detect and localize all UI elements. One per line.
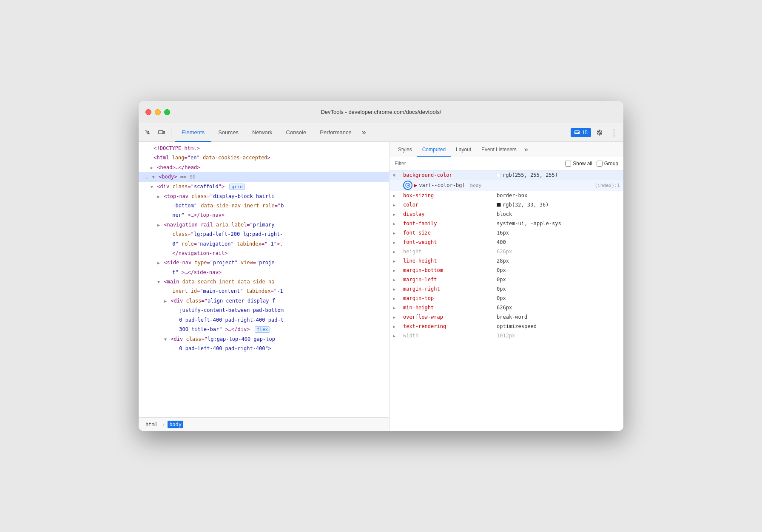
prop-name: color — [403, 202, 497, 208]
sub-row-location: (index):1 — [594, 183, 620, 188]
css-prop-overflow-wrap[interactable]: overflow-wrap break-word — [390, 312, 623, 322]
expand-arrow[interactable] — [393, 249, 403, 254]
css-prop-color[interactable]: color rgb(32, 33, 36) — [390, 200, 623, 209]
css-prop-line-height[interactable]: line-height 28px — [390, 256, 623, 266]
dom-line-main3[interactable]: <div class="align-center display-f — [139, 296, 389, 306]
dom-line-topnav3[interactable]: ner" >…</top-nav> — [139, 210, 389, 220]
dom-line-sidenav1[interactable]: <side-nav type="project" view="proje — [139, 258, 389, 267]
expand-arrow[interactable] — [393, 277, 403, 282]
notification-count: 15 — [582, 130, 588, 136]
navigate-icon[interactable] — [403, 181, 412, 190]
dom-line-scaffold[interactable]: <div class="scaffold"> grid — [139, 182, 389, 192]
css-prop-sub-row[interactable]: ▶ var(--color-bg) body (index):1 — [390, 180, 623, 191]
devtools-tabbar: Elements Sources Network Console Perform… — [139, 123, 623, 142]
dom-line-main4[interactable]: justify-content-between pad-bottom — [139, 306, 389, 315]
more-tabs-button[interactable]: » — [358, 123, 370, 141]
inspect-element-icon[interactable] — [142, 127, 154, 139]
breadcrumb-body[interactable]: body — [168, 421, 183, 428]
expand-arrow[interactable] — [393, 296, 403, 301]
css-prop-display[interactable]: display block — [390, 209, 623, 219]
tab-layout[interactable]: Layout — [451, 142, 476, 157]
expand-arrow[interactable] — [393, 203, 403, 207]
settings-icon[interactable] — [594, 127, 606, 139]
tab-styles[interactable]: Styles — [393, 142, 417, 157]
css-prop-margin-top[interactable]: margin-top 0px — [390, 294, 623, 303]
filter-options: Show all Group — [565, 161, 618, 167]
expand-arrow[interactable] — [393, 212, 403, 217]
filter-input[interactable] — [395, 161, 560, 167]
css-prop-height[interactable]: height 626px — [390, 247, 623, 256]
expand-arrow[interactable] — [393, 324, 403, 329]
more-panel-tabs-button[interactable]: » — [522, 142, 531, 157]
tab-computed[interactable]: Computed — [417, 142, 451, 157]
css-prop-margin-left[interactable]: margin-left 0px — [390, 275, 623, 284]
dom-line-topnav1[interactable]: <top-nav class="display-block hairli — [139, 192, 389, 201]
prop-name: margin-top — [403, 295, 497, 301]
css-prop-box-sizing[interactable]: box-sizing border-box — [390, 191, 623, 200]
expand-arrow[interactable] — [393, 221, 403, 226]
css-prop-width[interactable]: width 1012px — [390, 331, 623, 340]
svg-rect-0 — [159, 130, 163, 134]
elements-dom-tree[interactable]: <!DOCTYPE html> <html lang="en" data-coo… — [139, 142, 389, 417]
tab-console[interactable]: Console — [279, 124, 313, 142]
show-all-checkbox[interactable]: Show all — [565, 161, 592, 167]
expand-arrow[interactable] — [393, 315, 403, 320]
css-prop-background-color[interactable]: background-color rgb(255, 255, 255) — [390, 170, 623, 191]
maximize-button[interactable] — [164, 109, 170, 115]
computed-panel: Styles Computed Layout Event Listeners » — [390, 142, 623, 431]
tab-network[interactable]: Network — [245, 124, 279, 142]
notification-badge[interactable]: 15 — [571, 128, 591, 137]
prop-value: break-word — [497, 314, 620, 320]
sub-row-value: var(--color-bg) — [419, 182, 465, 188]
dom-line-main2[interactable]: inert id="main-content" tabindex="-1 — [139, 286, 389, 296]
dom-line-main1[interactable]: <main data-search-inert data-side-na — [139, 277, 389, 286]
css-prop-min-height[interactable]: min-height 626px — [390, 303, 623, 312]
device-toolbar-icon[interactable] — [156, 127, 168, 139]
dom-line-doctype[interactable]: <!DOCTYPE html> — [139, 144, 389, 153]
prop-name: display — [403, 211, 497, 217]
dom-line-main6[interactable]: 300 title-bar" >…</div> flex — [139, 325, 389, 334]
dom-line-body-selected[interactable]: … <body> == $0 — [139, 172, 389, 182]
css-prop-text-rendering[interactable]: text-rendering optimizespeed — [390, 322, 623, 331]
expand-arrow[interactable] — [393, 259, 403, 263]
expand-arrow[interactable] — [393, 268, 403, 273]
dom-line-main5[interactable]: 0 pad-left-400 pad-right-400 pad-t — [139, 315, 389, 325]
css-prop-font-weight[interactable]: font-weight 400 — [390, 238, 623, 247]
dom-line-sidenav2[interactable]: t" >…</side-nav> — [139, 268, 389, 277]
tab-elements[interactable]: Elements — [175, 124, 211, 142]
close-button[interactable] — [145, 109, 151, 115]
tab-performance[interactable]: Performance — [313, 124, 358, 142]
css-prop-margin-bottom[interactable]: margin-bottom 0px — [390, 266, 623, 275]
dom-line-navrail3[interactable]: 0" role="navigation" tabindex="-1">. — [139, 239, 389, 249]
expand-arrow[interactable] — [393, 287, 403, 291]
title-bar: DevTools - developer.chrome.com/docs/dev… — [139, 101, 623, 123]
expand-arrow[interactable] — [393, 193, 403, 198]
dom-line-navrail4[interactable]: </navigation-rail> — [139, 249, 389, 258]
breadcrumb-html[interactable]: html — [144, 421, 159, 428]
expand-arrow[interactable] — [393, 240, 403, 245]
expand-arrow[interactable] — [393, 231, 403, 235]
css-properties-list: background-color rgb(255, 255, 255) — [390, 170, 623, 431]
dom-line-main8[interactable]: 0 pad-left-400 pad-right-400"> — [139, 344, 389, 353]
prop-name: box-sizing — [403, 192, 497, 198]
dom-line-html[interactable]: <html lang="en" data-cookies-accepted> — [139, 153, 389, 162]
tab-sources[interactable]: Sources — [211, 124, 245, 142]
expand-arrow[interactable] — [393, 334, 403, 338]
css-prop-margin-right[interactable]: margin-right 0px — [390, 284, 623, 294]
svg-rect-3 — [575, 131, 579, 132]
css-prop-font-family[interactable]: font-family system-ui, -apple-sys — [390, 219, 623, 228]
dom-line-main7[interactable]: <div class="lg:gap-top-400 gap-top — [139, 334, 389, 344]
expand-arrow[interactable] — [393, 173, 403, 178]
more-options-icon[interactable]: ⋮ — [608, 127, 620, 139]
expand-arrow[interactable] — [393, 306, 403, 310]
flex-badge[interactable]: flex — [255, 326, 270, 333]
tab-event-listeners[interactable]: Event Listeners — [476, 142, 522, 157]
minimize-button[interactable] — [155, 109, 161, 115]
group-checkbox[interactable]: Group — [597, 161, 618, 167]
dom-line-topnav2[interactable]: -bottom" data-side-nav-inert role="b — [139, 201, 389, 210]
grid-badge[interactable]: grid — [229, 184, 245, 190]
dom-line-head[interactable]: <head>…</head> — [139, 163, 389, 172]
css-prop-font-size[interactable]: font-size 16px — [390, 228, 623, 238]
dom-line-navrail2[interactable]: class="lg:pad-left-200 lg:pad-right- — [139, 229, 389, 239]
dom-line-navrail1[interactable]: <navigation-rail aria-label="primary — [139, 220, 389, 229]
